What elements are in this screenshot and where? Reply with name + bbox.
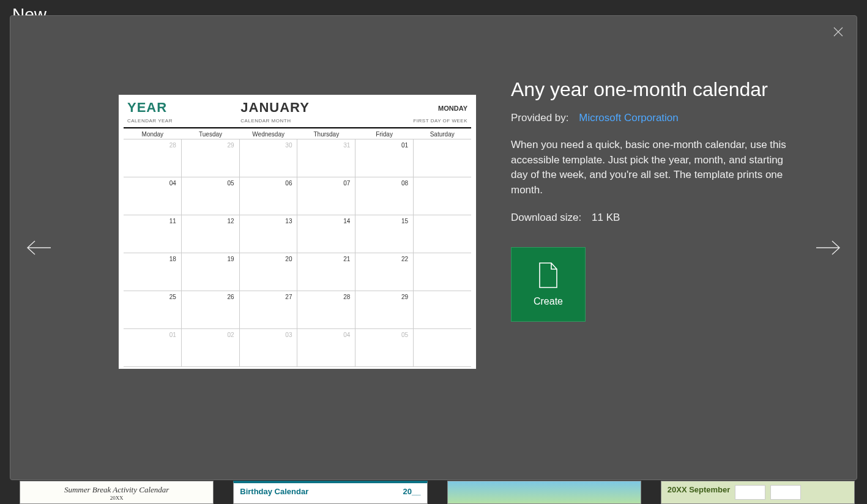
calendar-cell: 01 [355, 139, 414, 177]
create-button[interactable]: Create [511, 247, 586, 322]
calendar-cell [414, 139, 471, 177]
calendar-cell [414, 253, 471, 291]
calendar-cell: 19 [182, 253, 240, 291]
calendar-cell: 04 [297, 329, 355, 366]
calendar-cell: 02 [182, 329, 240, 366]
day-header: Wednesday [239, 131, 297, 138]
download-size-value: 11 KB [592, 212, 620, 223]
calendar-cell: 28 [297, 291, 355, 328]
calendar-row: 1112131415 [124, 215, 471, 253]
calendar-cell: 03 [240, 329, 298, 366]
calendar-cell: 14 [297, 215, 355, 253]
calendar-cell: 07 [297, 177, 355, 215]
calendar-row: 0102030405 [124, 329, 471, 367]
template-thumbnail[interactable]: Birthday Calendar 20__ [233, 481, 427, 504]
template-thumbnails-row: Summer Break Activity Calendar 20XX Birt… [20, 481, 855, 504]
calendar-cell: 01 [124, 329, 182, 366]
close-button[interactable] [828, 22, 848, 42]
calendar-cell [414, 291, 471, 328]
day-header: Thursday [297, 131, 355, 138]
template-thumbnail[interactable]: 20XX September [661, 481, 855, 504]
thumbnail-title: 20XX September [668, 485, 731, 500]
calendar-cell [414, 215, 471, 253]
calendar-row: 2526272829 [124, 291, 471, 329]
preview-calendar-body: 2829303101040506070811121314151819202122… [124, 139, 471, 367]
thumbnail-title: Summer Break Activity Calendar [64, 485, 169, 494]
calendar-cell: 11 [124, 215, 182, 253]
create-button-label: Create [534, 296, 563, 307]
thumbnail-title: Birthday Calendar [240, 487, 308, 496]
thumbnail-mini-image [735, 485, 765, 500]
calendar-cell: 18 [124, 253, 182, 291]
calendar-cell: 29 [182, 139, 240, 177]
calendar-cell: 04 [124, 177, 182, 215]
calendar-cell: 20 [240, 253, 298, 291]
calendar-cell: 21 [297, 253, 355, 291]
template-thumbnail[interactable] [447, 481, 641, 504]
calendar-cell [414, 329, 471, 366]
calendar-cell: 13 [240, 215, 298, 253]
arrow-right-icon [815, 239, 842, 257]
preview-sublabel-month: CALENDAR MONTH [240, 118, 354, 124]
next-template-button[interactable] [814, 233, 843, 262]
preview-year: YEAR [127, 100, 167, 115]
preview-day-headers: MondayTuesdayWednesdayThursdayFridaySatu… [124, 128, 471, 139]
day-header: Friday [355, 131, 414, 138]
provider-link[interactable]: Microsoft Corporation [579, 112, 679, 124]
template-description: When you need a quick, basic one-month c… [511, 138, 789, 198]
day-header: Saturday [413, 131, 471, 138]
calendar-cell: 06 [240, 177, 298, 215]
day-header: Tuesday [182, 131, 240, 138]
calendar-cell: 22 [355, 253, 414, 291]
template-details-panel: Any year one-month calendar Provided by:… [511, 78, 789, 322]
template-thumbnail[interactable]: Summer Break Activity Calendar 20XX [20, 481, 214, 504]
calendar-cell [414, 177, 471, 215]
preview-month: JANUARY [240, 100, 310, 115]
preview-sublabel-year: CALENDAR YEAR [127, 118, 240, 124]
document-icon [538, 262, 559, 289]
calendar-cell: 15 [355, 215, 414, 253]
template-title: Any year one-month calendar [511, 78, 789, 101]
calendar-cell: 12 [182, 215, 240, 253]
preview-sublabel-firstday: FIRST DAY OF WEEK [354, 118, 467, 124]
calendar-cell: 26 [182, 291, 240, 328]
calendar-cell: 25 [124, 291, 182, 328]
calendar-row: 0405060708 [124, 177, 471, 215]
template-preview-dialog: YEAR JANUARY MONDAY CALENDAR YEAR CALEND… [10, 15, 857, 480]
template-preview-image: YEAR JANUARY MONDAY CALENDAR YEAR CALEND… [118, 94, 477, 369]
calendar-cell: 08 [355, 177, 414, 215]
calendar-cell: 27 [240, 291, 298, 328]
download-size-label: Download size: [511, 212, 581, 223]
calendar-row: 2829303101 [124, 139, 471, 177]
calendar-cell: 29 [355, 291, 414, 328]
provided-by-label: Provided by: [511, 112, 569, 124]
calendar-cell: 05 [182, 177, 240, 215]
arrow-left-icon [25, 239, 52, 257]
close-icon [833, 26, 844, 37]
previous-template-button[interactable] [24, 233, 53, 262]
thumbnail-year: 20__ [403, 487, 421, 496]
calendar-cell: 28 [124, 139, 182, 177]
calendar-cell: 31 [297, 139, 355, 177]
preview-firstday: MONDAY [354, 100, 467, 116]
thumbnail-mini-image [770, 485, 801, 500]
calendar-row: 1819202122 [124, 253, 471, 291]
calendar-cell: 05 [355, 329, 414, 366]
calendar-cell: 30 [240, 139, 298, 177]
day-header: Monday [124, 131, 182, 138]
thumbnail-subtitle: 20XX [26, 495, 207, 501]
